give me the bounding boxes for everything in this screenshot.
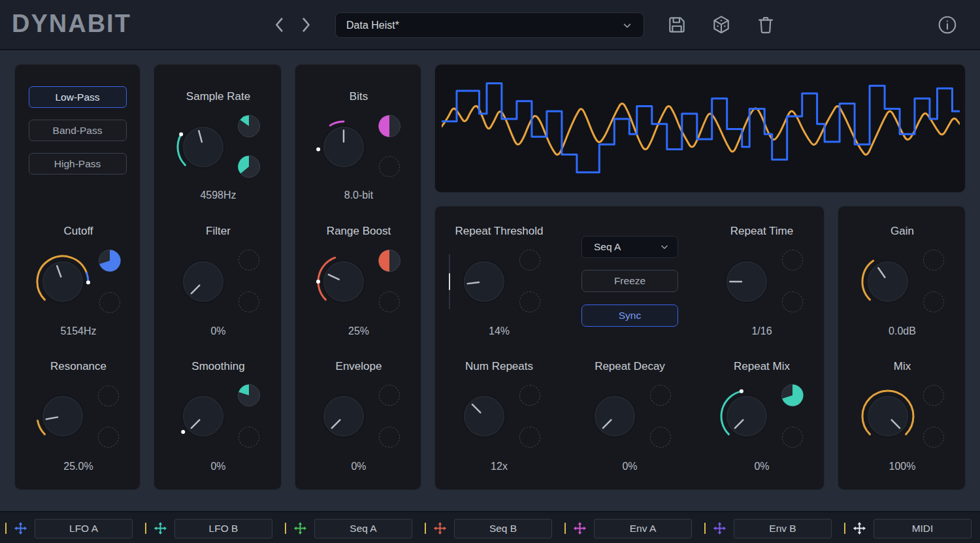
- drag-handle-icon[interactable]: [153, 521, 168, 536]
- mod-source-lfo-a-button[interactable]: LFO A: [35, 519, 133, 538]
- mix-mod-slot[interactable]: [923, 427, 944, 448]
- drag-handle-icon[interactable]: [712, 521, 727, 536]
- resonance-mod-slot[interactable]: [98, 386, 119, 406]
- resonance-mod-slot[interactable]: [98, 427, 119, 448]
- num-repeats-mod-slot[interactable]: [519, 385, 540, 406]
- repeat-threshold-value: 14%: [489, 325, 510, 337]
- mod-active-tick: [564, 523, 566, 534]
- gain-mod-slot[interactable]: [923, 250, 944, 271]
- mix-knob[interactable]: [860, 388, 916, 444]
- envelope-mod-slot[interactable]: [379, 385, 400, 406]
- repeat-decay-knob[interactable]: [587, 388, 643, 444]
- num-repeats-knob[interactable]: [456, 388, 512, 444]
- repeat-time-knob[interactable]: [719, 254, 775, 310]
- range-boost-mod-slot[interactable]: [379, 291, 400, 312]
- mod-source-midi-button[interactable]: MIDI: [874, 519, 972, 538]
- mod-source-env-a-button[interactable]: Env A: [594, 519, 692, 538]
- sample-rate-label: Sample Rate: [186, 90, 250, 103]
- next-preset-button[interactable]: [295, 14, 316, 35]
- repeat-decay-label: Repeat Decay: [595, 360, 665, 373]
- sample-rate-mod-amount[interactable]: [237, 155, 261, 178]
- gain-value: 0.0dB: [889, 325, 916, 337]
- gain-label: Gain: [890, 225, 914, 238]
- sr-filter-mod-slot[interactable]: [238, 291, 259, 312]
- cutoff-mod-amount[interactable]: [98, 249, 122, 272]
- repeat-decay-value: 0%: [622, 461, 637, 472]
- sample-rate-mod-amount[interactable]: [237, 114, 261, 138]
- sr-filter-label: Filter: [206, 225, 231, 238]
- chevron-left-icon: [269, 14, 290, 35]
- randomize-button[interactable]: [711, 14, 732, 35]
- bits-mod-slot[interactable]: [379, 156, 400, 177]
- filter-mode-low-pass-button[interactable]: Low-Pass: [29, 86, 127, 108]
- mix-value: 100%: [889, 461, 916, 472]
- repeat-threshold-mod-slot[interactable]: [519, 250, 540, 271]
- smoothing-mod-slot[interactable]: [238, 427, 259, 448]
- preset-selector[interactable]: Data Heist*: [335, 12, 644, 38]
- repeat-mix-mod-slot[interactable]: [782, 427, 803, 448]
- sample-rate-panel: Sample Rate 4598Hz Filter 0% Smoothing 0…: [154, 64, 282, 490]
- sequence-selector[interactable]: Seq A: [581, 236, 678, 258]
- gain-knob[interactable]: [860, 254, 916, 310]
- mod-source-seq-a-button[interactable]: Seq A: [314, 519, 412, 538]
- drag-handle-icon[interactable]: [852, 521, 867, 536]
- resonance-label: Resonance: [50, 360, 106, 373]
- mod-source-env-b-button[interactable]: Env B: [734, 519, 832, 538]
- envelope-knob[interactable]: [316, 388, 372, 444]
- chevron-down-icon: [659, 242, 670, 252]
- freeze-button[interactable]: Freeze: [581, 270, 678, 292]
- mod-active-tick: [425, 523, 426, 534]
- mod-source-lfo-b-button[interactable]: LFO B: [174, 519, 272, 538]
- filter-mode-band-pass-button[interactable]: Band-Pass: [29, 120, 127, 141]
- envelope-mod-slot[interactable]: [379, 427, 400, 448]
- drag-handle-icon[interactable]: [293, 521, 308, 536]
- mod-source-bar: LFO A LFO B Seq A Seq B Env A Env B: [0, 511, 980, 543]
- sr-filter-mod-slot[interactable]: [238, 250, 259, 271]
- cutoff-label: Cutoff: [63, 225, 93, 238]
- sample-rate-value: 4598Hz: [200, 189, 236, 201]
- sr-filter-knob[interactable]: [175, 254, 231, 310]
- repeat-time-mod-slot[interactable]: [782, 291, 803, 312]
- drag-handle-icon[interactable]: [13, 521, 28, 536]
- sample-rate-knob[interactable]: [175, 119, 231, 175]
- sr-filter-value: 0%: [210, 325, 225, 337]
- info-button[interactable]: [937, 14, 958, 35]
- sync-button[interactable]: Sync: [581, 304, 678, 327]
- range-boost-value: 25%: [348, 325, 369, 337]
- range-boost-mod-amount[interactable]: [378, 249, 401, 272]
- repeat-mix-mod-amount[interactable]: [781, 384, 804, 407]
- mod-slot-seq-b: Seq B: [425, 518, 552, 538]
- repeat-mix-knob[interactable]: [719, 388, 775, 444]
- smoothing-knob[interactable]: [175, 388, 231, 444]
- gain-mod-slot[interactable]: [923, 291, 944, 312]
- envelope-value: 0%: [351, 461, 366, 472]
- num-repeats-mod-slot[interactable]: [519, 427, 540, 448]
- dynabit-plugin-window: DYNABIT Data Heist*: [0, 0, 980, 543]
- save-icon: [666, 14, 687, 35]
- cutoff-knob[interactable]: [35, 254, 91, 310]
- previous-preset-button[interactable]: [269, 14, 290, 35]
- range-boost-knob[interactable]: [316, 254, 372, 310]
- mod-slot-midi: MIDI: [844, 518, 972, 538]
- smoothing-mod-amount[interactable]: [237, 384, 261, 407]
- repeat-decay-mod-slot[interactable]: [650, 427, 671, 448]
- repeat-threshold-knob[interactable]: [456, 254, 512, 310]
- repeat-mix-label: Repeat Mix: [734, 360, 790, 373]
- drag-handle-icon[interactable]: [572, 521, 587, 536]
- bits-knob[interactable]: [316, 119, 372, 175]
- resonance-knob[interactable]: [35, 388, 91, 444]
- mix-mod-slot[interactable]: [923, 385, 944, 406]
- save-preset-button[interactable]: [666, 14, 687, 35]
- bits-mod-amount[interactable]: [378, 114, 401, 138]
- drag-handle-icon[interactable]: [433, 521, 448, 536]
- trash-icon: [755, 14, 776, 35]
- cutoff-mod-slot[interactable]: [99, 292, 120, 313]
- mod-source-seq-b-button[interactable]: Seq B: [454, 519, 552, 538]
- repeat-time-mod-slot[interactable]: [782, 250, 803, 271]
- resonance-value: 25.0%: [63, 461, 93, 472]
- threshold-meter-level: [449, 273, 451, 290]
- repeat-threshold-mod-slot[interactable]: [519, 291, 540, 312]
- delete-preset-button[interactable]: [755, 14, 776, 35]
- repeat-decay-mod-slot[interactable]: [650, 385, 671, 406]
- filter-mode-high-pass-button[interactable]: High-Pass: [29, 153, 127, 174]
